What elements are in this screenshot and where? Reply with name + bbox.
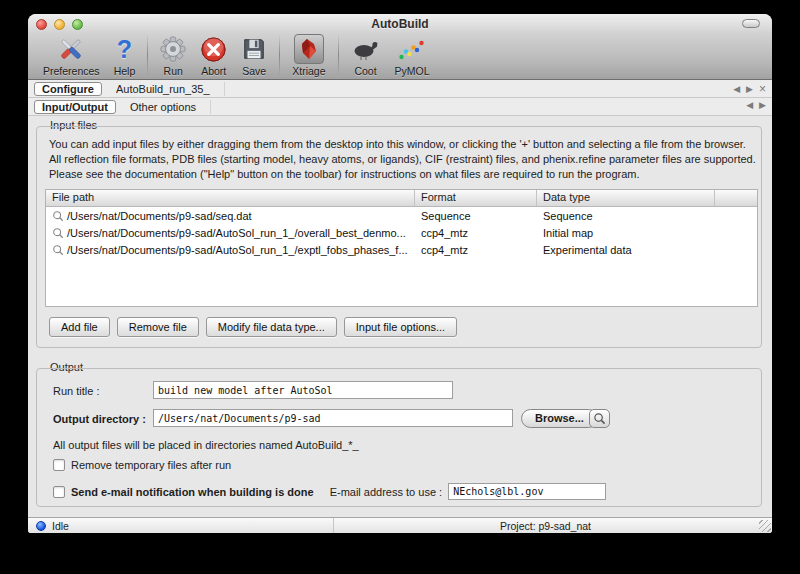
input-file-options-button[interactable]: Input file options...	[344, 317, 457, 337]
output-note: All output files will be placed in direc…	[53, 439, 359, 451]
magnifier-icon	[593, 412, 606, 425]
remove-temp-files-row: Remove temporary files after run	[53, 459, 231, 471]
email-notification-label: Send e-mail notification when building i…	[71, 486, 314, 498]
status-bar: Idle Project: p9-sad_nat	[28, 517, 772, 533]
sub-tab-nav: ◀ ▶	[746, 100, 766, 110]
table-row[interactable]: /Users/nat/Documents/p9-sad/seq.dat Sequ…	[46, 207, 757, 224]
coot-button[interactable]: Coot	[344, 32, 388, 77]
project-text: Project: p9-sad_nat	[333, 520, 758, 532]
xtriage-label: Xtriage	[292, 65, 325, 77]
file-path-cell: /Users/nat/Documents/p9-sad/AutoSol_run_…	[67, 244, 408, 256]
toolbar: Preferences ? Help	[28, 32, 437, 80]
run-button[interactable]: Run	[153, 32, 193, 77]
sub-tab-row: Input/Output Other options ◀ ▶	[28, 98, 772, 116]
magnifier-icon	[52, 244, 64, 256]
add-file-button[interactable]: Add file	[49, 317, 110, 337]
subtab-scroll-left-icon[interactable]: ◀	[746, 100, 753, 110]
toolbar-separator	[279, 34, 280, 76]
abort-label: Abort	[201, 65, 226, 77]
column-header-extra	[715, 190, 757, 206]
coot-bird-icon	[351, 34, 381, 64]
table-row[interactable]: /Users/nat/Documents/p9-sad/AutoSol_run_…	[46, 241, 757, 258]
format-cell: ccp4_mtz	[415, 227, 537, 239]
data-type-cell: Sequence	[537, 210, 715, 222]
pymol-button[interactable]: PyMOL	[388, 32, 437, 77]
email-address-label: E-mail address to use :	[330, 486, 443, 498]
table-header: File path Format Data type	[46, 190, 757, 207]
resize-grip[interactable]	[759, 520, 771, 532]
email-address-input[interactable]	[448, 483, 606, 500]
run-title-input[interactable]	[153, 381, 453, 399]
magnifier-icon	[52, 210, 64, 222]
preferences-button[interactable]: Preferences	[36, 32, 107, 77]
tab-scroll-left-icon[interactable]: ◀	[733, 84, 740, 94]
format-cell: ccp4_mtz	[415, 244, 537, 256]
magnifier-icon	[52, 227, 64, 239]
tab-scroll-right-icon[interactable]: ▶	[746, 84, 753, 94]
help-icon: ?	[117, 34, 132, 64]
pymol-label: PyMOL	[395, 65, 430, 77]
tab-close-icon[interactable]: ×	[759, 82, 766, 96]
input-files-groupbox: You can add input files by either draggi…	[36, 126, 762, 348]
help-label: Help	[114, 65, 136, 77]
browse-button[interactable]: Browse...	[521, 409, 598, 428]
save-floppy-icon	[241, 34, 267, 64]
save-button[interactable]: Save	[234, 32, 274, 77]
column-header-format[interactable]: Format	[415, 190, 537, 206]
main-tab-nav: ◀ ▶ ×	[733, 82, 766, 96]
xtriage-crystal-icon	[294, 34, 324, 64]
window-chrome: AutoBuild Prefe	[28, 14, 772, 80]
xtriage-button[interactable]: Xtriage	[285, 32, 332, 77]
status-led-icon	[36, 521, 46, 531]
data-type-cell: Initial map	[537, 227, 715, 239]
remove-file-button[interactable]: Remove file	[117, 317, 199, 337]
tab-autobuild-run-35[interactable]: AutoBuild_run_35_	[108, 82, 225, 96]
run-label: Run	[164, 65, 183, 77]
column-header-file-path[interactable]: File path	[46, 190, 415, 206]
titlebar[interactable]: AutoBuild	[28, 14, 772, 32]
toolbar-separator	[147, 34, 148, 76]
format-cell: Sequence	[415, 210, 537, 222]
abort-button[interactable]: Abort	[193, 32, 234, 77]
input-files-instructions: You can add input files by either draggi…	[49, 137, 757, 182]
output-directory-input[interactable]	[153, 409, 513, 427]
tab-configure[interactable]: Configure	[34, 82, 102, 96]
open-directory-button[interactable]	[589, 409, 610, 428]
status-text: Idle	[52, 520, 69, 532]
output-groupbox: Run title : Output directory : Browse...…	[36, 368, 762, 507]
file-path-cell: /Users/nat/Documents/p9-sad/AutoSol_run_…	[67, 227, 406, 239]
save-label: Save	[242, 65, 266, 77]
toolbar-separator	[338, 34, 339, 76]
email-notification-checkbox[interactable]	[53, 486, 65, 498]
file-buttons-row: Add file Remove file Modify file data ty…	[49, 317, 457, 337]
window-title: AutoBuild	[28, 17, 772, 31]
preferences-label: Preferences	[43, 65, 100, 77]
remove-temp-files-checkbox[interactable]	[53, 459, 65, 471]
run-gear-icon	[160, 34, 186, 64]
tab-input-output[interactable]: Input/Output	[34, 100, 116, 114]
column-header-data-type[interactable]: Data type	[537, 190, 715, 206]
file-path-cell: /Users/nat/Documents/p9-sad/seq.dat	[67, 210, 252, 222]
coot-label: Coot	[354, 65, 376, 77]
modify-file-data-type-button[interactable]: Modify file data type...	[206, 317, 337, 337]
tab-other-options[interactable]: Other options	[122, 100, 211, 114]
main-tab-row: Configure AutoBuild_run_35_ ◀ ▶ ×	[28, 80, 772, 98]
email-notification-row: Send e-mail notification when building i…	[53, 483, 606, 500]
input-output-panel: Input files You can add input files by e…	[28, 116, 772, 517]
table-row[interactable]: /Users/nat/Documents/p9-sad/AutoSol_run_…	[46, 224, 757, 241]
autobuild-window: AutoBuild Prefe	[28, 14, 772, 533]
data-type-cell: Experimental data	[537, 244, 715, 256]
run-title-label: Run title :	[53, 385, 99, 397]
subtab-scroll-right-icon[interactable]: ▶	[759, 100, 766, 110]
pymol-ribbon-icon	[398, 34, 426, 64]
output-directory-label: Output directory :	[53, 413, 146, 425]
help-button[interactable]: ? Help	[107, 32, 143, 77]
input-files-table[interactable]: File path Format Data type /Users/nat/Do…	[45, 189, 758, 307]
remove-temp-files-label: Remove temporary files after run	[71, 459, 231, 471]
toolbar-toggle-button[interactable]	[742, 19, 760, 28]
preferences-icon	[57, 34, 85, 64]
abort-icon	[200, 34, 227, 64]
